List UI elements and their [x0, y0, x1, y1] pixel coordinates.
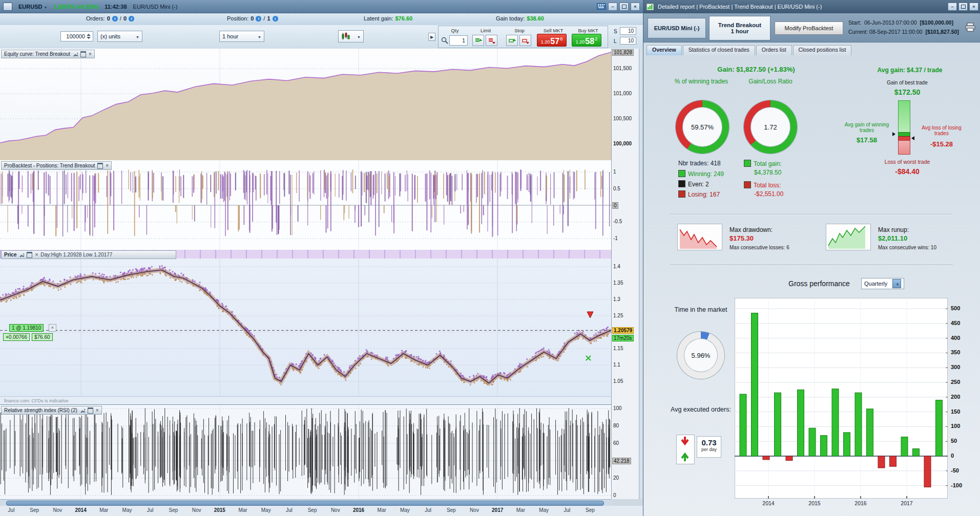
gp-y-tick-label: 250: [951, 379, 967, 385]
chart-type-select[interactable]: [338, 30, 364, 42]
print-icon[interactable]: [965, 23, 975, 32]
buy-stop-button[interactable]: [506, 35, 518, 46]
close-button[interactable]: [631, 3, 640, 11]
position-pnl-points: +0.00766: [3, 333, 30, 341]
buy-limit-button[interactable]: [472, 35, 484, 46]
axis-tick-label: 20: [613, 475, 619, 481]
keyboard-icon[interactable]: [597, 3, 606, 10]
positions-panel-tab[interactable]: ProBacktest - Positions: Trend Breakout: [1, 161, 112, 170]
total-gain-swatch: [744, 160, 751, 167]
tab-closed-positions[interactable]: Closed positions list: [793, 45, 852, 55]
buy-mkt-button[interactable]: 1.20582: [572, 34, 601, 47]
position-info-icon[interactable]: [256, 16, 261, 22]
order-qty-input[interactable]: 1: [449, 35, 468, 46]
maximize-button[interactable]: [619, 3, 629, 11]
close-position-icon[interactable]: [49, 324, 56, 332]
price-date-strip[interactable]: Price Day:High 1.20928 Low 1.20177: [0, 250, 611, 259]
minimize-button[interactable]: [948, 3, 957, 11]
instrument-label: EUR/USD Mini (-): [133, 4, 178, 10]
positions-zero-box: 0: [612, 202, 618, 209]
window-icon[interactable]: [80, 51, 86, 57]
gp-x-year-label: 2015: [805, 500, 824, 506]
price-panel[interactable]: 1 @ 1.19810 +0.00766 $76.60: [0, 259, 611, 396]
tab-overview[interactable]: Overview: [647, 45, 682, 55]
window-icon[interactable]: [88, 407, 93, 414]
window-icon[interactable]: [97, 163, 103, 169]
losing-count: Losing: 167: [678, 190, 720, 198]
position-status: Position:0 /1: [227, 15, 278, 22]
time-axis-label: 2017: [489, 507, 506, 513]
quantity-stepper[interactable]: [87, 34, 91, 39]
tab-orders-list[interactable]: Orders list: [756, 45, 792, 55]
maximize-button[interactable]: [958, 3, 968, 11]
sell-stop-button[interactable]: [519, 35, 531, 46]
avg-orders-value-box: 0.73 per day: [697, 436, 721, 458]
collapse-arrow-button[interactable]: ▶: [428, 33, 435, 41]
avg-win-label: Avg gain of winning trades: [842, 122, 891, 133]
winning-count: Winning: 249: [678, 170, 724, 178]
rsi-panel[interactable]: Relative strength index (RSI) (2): [0, 405, 611, 500]
open-position-tag[interactable]: 1 @ 1.19810: [9, 324, 44, 332]
gp-y-tick-label: 0: [951, 453, 967, 459]
units-select[interactable]: (x) units: [97, 31, 142, 42]
time-axis-label: May: [118, 507, 136, 513]
report-titlebar: Detailed report | ProBacktest | Trend Br…: [643, 0, 980, 13]
strategy-chip: Trend Breakout1 hour: [709, 16, 770, 40]
max-drawdown-label: Max drawdown:: [729, 226, 773, 233]
buy-header: Buy MKT: [574, 28, 602, 33]
report-tabs: Overview Statistics of closed trades Ord…: [647, 45, 851, 55]
orders2-info-icon[interactable]: [129, 16, 134, 22]
close-panel-icon[interactable]: [35, 252, 38, 257]
gross-performance-chart: [735, 298, 948, 499]
modify-probacktest-button[interactable]: Modify ProBacktest: [775, 22, 843, 35]
price-axis-column[interactable]: 101,828 0 1.20579 17m20s 42.218 101,5001…: [611, 49, 639, 499]
axis-tick-label: -0.5: [613, 219, 622, 224]
runup-sparkline: [826, 224, 871, 250]
equity-panel-tab[interactable]: Equity curve: Trend Breakout: [1, 50, 95, 58]
equity-curve-chart: [0, 49, 611, 160]
quantity-input[interactable]: 100000: [60, 31, 93, 41]
search-icon[interactable]: [441, 37, 448, 44]
s-value-input[interactable]: 10: [620, 27, 636, 35]
wrench-icon[interactable]: [80, 408, 85, 413]
close-button[interactable]: [969, 3, 978, 11]
time-axis-label: May: [535, 507, 553, 513]
l-value-input[interactable]: 10: [620, 37, 636, 45]
avg-win-arrow: [892, 132, 895, 136]
minimize-button[interactable]: [608, 3, 617, 11]
close-panel-icon[interactable]: [89, 51, 92, 57]
total-loss-row: Total loss:: [744, 181, 781, 189]
equity-panel-title: Equity curve: Trend Breakout: [4, 51, 70, 57]
period-select[interactable]: Quarterly: [861, 278, 904, 289]
equity-curve-panel[interactable]: Equity curve: Trend Breakout: [0, 49, 611, 161]
scrollbar-thumb[interactable]: [6, 501, 604, 506]
gp-y-tick-label: 150: [951, 408, 967, 415]
order-entry-cluster: Qty Limit Stop Sell MKT Buy MKT 1 1.2057…: [438, 26, 608, 48]
close-panel-icon[interactable]: [106, 163, 109, 168]
candlestick-icon: [341, 32, 350, 40]
axis-tick-label: 100,000: [613, 141, 632, 146]
position2-info-icon[interactable]: [273, 16, 278, 22]
axis-tick-label: 1.05: [613, 378, 623, 384]
max-runup-value: $2,011.10: [878, 234, 907, 242]
rsi-panel-tab[interactable]: Relative strength index (RSI) (2): [1, 406, 102, 415]
time-axis-label: Nov: [188, 507, 205, 513]
candle-countdown-box: 17m20s: [612, 335, 634, 341]
gain-loss-ratio-donut: 1.72: [744, 100, 797, 154]
timeframe-select[interactable]: 1 hour: [219, 31, 264, 42]
backtest-range-info: Start: 06-Jun-2013 07:00:00 [$100,000.00…: [848, 18, 959, 36]
wrench-icon[interactable]: [73, 52, 78, 57]
symbol-selector[interactable]: EURUSD: [18, 4, 47, 10]
window-icon[interactable]: [27, 252, 32, 258]
price-panel-tab[interactable]: Price Day:High 1.20928 Low 1.20177: [1, 250, 176, 259]
orders-info-icon[interactable]: [112, 16, 118, 22]
time-axis-label: Sep: [304, 507, 321, 513]
sell-limit-button[interactable]: [486, 35, 497, 46]
wrench-icon[interactable]: [19, 252, 24, 257]
sell-mkt-button[interactable]: 1.20578: [537, 34, 567, 47]
time-axis: JulSepNov2014MarMayJulSepNov2015MarMayJu…: [0, 506, 643, 516]
tab-statistics[interactable]: Statistics of closed trades: [683, 45, 755, 55]
close-panel-icon[interactable]: [96, 407, 99, 413]
positions-panel[interactable]: ProBacktest - Positions: Trend Breakout: [0, 160, 611, 250]
axis-tick-label: 1.1: [613, 362, 620, 368]
